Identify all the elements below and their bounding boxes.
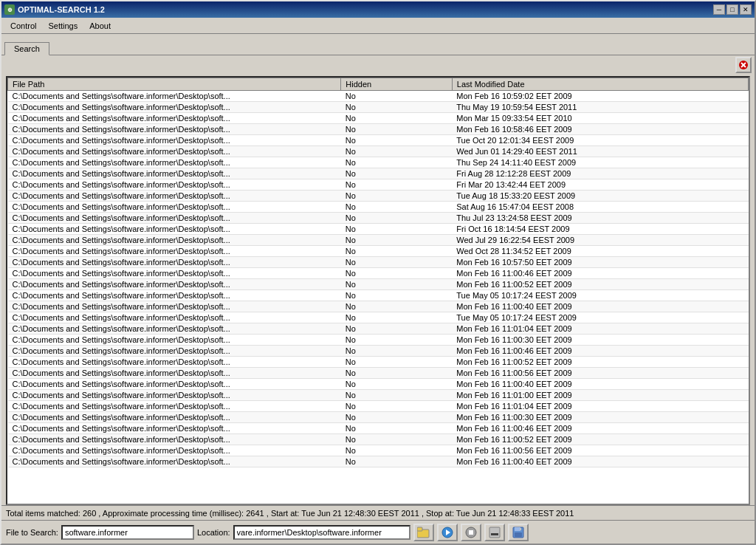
- cell-2: Fri Aug 28 12:12:28 EEST 2009: [452, 168, 748, 179]
- table-row[interactable]: C:\Documents and Settings\software.infor…: [8, 246, 749, 257]
- cell-1: No: [341, 390, 452, 401]
- title-buttons: ─ □ ✕: [713, 4, 752, 15]
- save-results-button[interactable]: [508, 524, 529, 541]
- table-row[interactable]: C:\Documents and Settings\software.infor…: [8, 323, 749, 335]
- cell-2: Mon Feb 16 11:00:52 EET 2009: [452, 357, 748, 368]
- cell-1: No: [341, 335, 452, 346]
- table-row[interactable]: C:\Documents and Settings\software.infor…: [8, 213, 749, 224]
- browse-button[interactable]: [413, 524, 434, 541]
- table-row[interactable]: C:\Documents and Settings\software.infor…: [8, 445, 749, 456]
- app-title: OPTIMAL-SEARCH 1.2: [18, 5, 105, 14]
- title-bar: ⊕ OPTIMAL-SEARCH 1.2 ─ □ ✕: [1, 1, 755, 18]
- table-row[interactable]: C:\Documents and Settings\software.infor…: [8, 456, 749, 467]
- cell-1: No: [341, 179, 452, 191]
- cell-0: C:\Documents and Settings\software.infor…: [8, 213, 341, 224]
- stop-button[interactable]: [735, 57, 752, 73]
- cell-0: C:\Documents and Settings\software.infor…: [8, 434, 341, 445]
- file-to-search-input[interactable]: [61, 525, 194, 540]
- cell-0: C:\Documents and Settings\software.infor…: [8, 235, 341, 246]
- table-row[interactable]: C:\Documents and Settings\software.infor…: [8, 312, 749, 323]
- svg-rect-10: [491, 533, 498, 535]
- table-row[interactable]: C:\Documents and Settings\software.infor…: [8, 290, 749, 301]
- col-header-modified: Last Modified Date: [452, 78, 748, 91]
- table-row[interactable]: C:\Documents and Settings\software.infor…: [8, 168, 749, 179]
- minimize-button[interactable]: ─: [713, 4, 725, 15]
- table-row[interactable]: C:\Documents and Settings\software.infor…: [8, 91, 749, 102]
- table-row[interactable]: C:\Documents and Settings\software.infor…: [8, 113, 749, 124]
- menu-settings[interactable]: Settings: [42, 20, 83, 32]
- menu-control[interactable]: Control: [4, 20, 42, 32]
- cell-2: Mon Feb 16 11:01:04 EET 2009: [452, 323, 748, 335]
- cell-0: C:\Documents and Settings\software.infor…: [8, 301, 341, 312]
- table-row[interactable]: C:\Documents and Settings\software.infor…: [8, 146, 749, 157]
- table-row[interactable]: C:\Documents and Settings\software.infor…: [8, 335, 749, 346]
- cell-1: No: [341, 401, 452, 412]
- menu-bar: Control Settings About: [1, 18, 755, 34]
- table-row[interactable]: C:\Documents and Settings\software.infor…: [8, 301, 749, 312]
- app-icon: ⊕: [4, 4, 15, 15]
- cell-1: No: [341, 257, 452, 268]
- cell-1: No: [341, 246, 452, 257]
- tab-bar: Search: [1, 34, 755, 55]
- table-row[interactable]: C:\Documents and Settings\software.infor…: [8, 412, 749, 423]
- cell-2: Fri Oct 16 18:14:54 EEST 2009: [452, 224, 748, 235]
- location-input[interactable]: [233, 525, 410, 540]
- cell-0: C:\Documents and Settings\software.infor…: [8, 168, 341, 179]
- results-table-container[interactable]: File Path Hidden Last Modified Date C:\D…: [6, 76, 750, 505]
- table-row[interactable]: C:\Documents and Settings\software.infor…: [8, 235, 749, 246]
- table-row[interactable]: C:\Documents and Settings\software.infor…: [8, 368, 749, 379]
- cell-2: Mon Feb 16 10:57:50 EET 2009: [452, 257, 748, 268]
- table-row[interactable]: C:\Documents and Settings\software.infor…: [8, 102, 749, 113]
- table-row[interactable]: C:\Documents and Settings\software.infor…: [8, 157, 749, 168]
- cell-0: C:\Documents and Settings\software.infor…: [8, 456, 341, 467]
- svg-rect-12: [515, 527, 520, 531]
- cell-1: No: [341, 346, 452, 357]
- cell-2: Mon Feb 16 11:00:40 EET 2009: [452, 301, 748, 312]
- minimize-results-button[interactable]: [484, 524, 505, 541]
- tab-search[interactable]: Search: [4, 42, 49, 55]
- table-row[interactable]: C:\Documents and Settings\software.infor…: [8, 423, 749, 434]
- table-row[interactable]: C:\Documents and Settings\software.infor…: [8, 379, 749, 390]
- table-row[interactable]: C:\Documents and Settings\software.infor…: [8, 346, 749, 357]
- menu-about[interactable]: About: [83, 20, 117, 32]
- stop-search-button[interactable]: [461, 524, 481, 541]
- table-row[interactable]: C:\Documents and Settings\software.infor…: [8, 135, 749, 146]
- cell-0: C:\Documents and Settings\software.infor…: [8, 146, 341, 157]
- table-row[interactable]: C:\Documents and Settings\software.infor…: [8, 434, 749, 445]
- table-row[interactable]: C:\Documents and Settings\software.infor…: [8, 401, 749, 412]
- run-search-button[interactable]: [437, 524, 458, 541]
- cell-0: C:\Documents and Settings\software.infor…: [8, 335, 341, 346]
- cell-1: No: [341, 445, 452, 456]
- close-button[interactable]: ✕: [740, 4, 752, 15]
- title-bar-left: ⊕ OPTIMAL-SEARCH 1.2: [4, 4, 105, 15]
- table-row[interactable]: C:\Documents and Settings\software.infor…: [8, 357, 749, 368]
- file-to-search-label: File to Search:: [6, 528, 58, 537]
- cell-0: C:\Documents and Settings\software.infor…: [8, 202, 341, 213]
- cell-0: C:\Documents and Settings\software.infor…: [8, 290, 341, 301]
- svg-rect-8: [469, 530, 473, 535]
- cell-1: No: [341, 124, 452, 135]
- cell-1: No: [341, 191, 452, 202]
- cell-0: C:\Documents and Settings\software.infor…: [8, 246, 341, 257]
- table-row[interactable]: C:\Documents and Settings\software.infor…: [8, 179, 749, 191]
- restore-button[interactable]: □: [726, 4, 738, 15]
- table-row[interactable]: C:\Documents and Settings\software.infor…: [8, 124, 749, 135]
- cell-2: Mon Feb 16 11:00:56 EET 2009: [452, 368, 748, 379]
- cell-2: Fri Mar 20 13:42:44 EET 2009: [452, 179, 748, 191]
- cell-2: Mon Feb 16 11:00:46 EET 2009: [452, 268, 748, 279]
- table-row[interactable]: C:\Documents and Settings\software.infor…: [8, 191, 749, 202]
- location-label-text: Location:: [197, 528, 230, 537]
- status-bar: Total items matched: 260 , Approximate p…: [1, 505, 755, 520]
- cell-2: Wed Jul 29 16:22:54 EEST 2009: [452, 235, 748, 246]
- table-row[interactable]: C:\Documents and Settings\software.infor…: [8, 257, 749, 268]
- cell-2: Mon Feb 16 11:00:46 EET 2009: [452, 423, 748, 434]
- table-row[interactable]: C:\Documents and Settings\software.infor…: [8, 390, 749, 401]
- table-row[interactable]: C:\Documents and Settings\software.infor…: [8, 224, 749, 235]
- cell-0: C:\Documents and Settings\software.infor…: [8, 135, 341, 146]
- cell-2: Thu May 19 10:59:54 EEST 2011: [452, 102, 748, 113]
- table-row[interactable]: C:\Documents and Settings\software.infor…: [8, 202, 749, 213]
- table-row[interactable]: C:\Documents and Settings\software.infor…: [8, 268, 749, 279]
- svg-rect-9: [489, 527, 500, 538]
- cell-1: No: [341, 279, 452, 290]
- table-row[interactable]: C:\Documents and Settings\software.infor…: [8, 279, 749, 290]
